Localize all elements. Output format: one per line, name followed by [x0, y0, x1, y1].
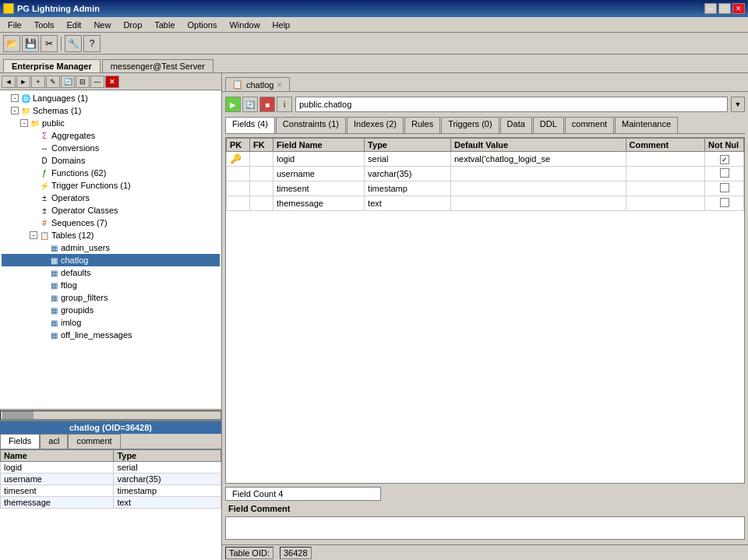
list-item[interactable]: themessagetext — [1, 497, 221, 509]
address-dropdown[interactable]: ▼ — [731, 97, 745, 112]
menu-tools[interactable]: Tools — [30, 19, 59, 31]
addr-btn-refresh[interactable]: 🔄 — [242, 97, 258, 112]
tree-node-functions[interactable]: ƒ Functions (62) — [2, 167, 220, 179]
field-count-row: Field Count 4 — [225, 487, 745, 501]
inner-tab-maintenance[interactable]: Maintenance — [615, 117, 678, 133]
inner-tab-rules[interactable]: Rules — [404, 117, 440, 133]
tree-node-tables[interactable]: - 📋 Tables (12) — [2, 229, 220, 241]
left-tb-btn-6[interactable]: ⊟ — [76, 76, 90, 88]
inner-tab-data[interactable]: Data — [500, 117, 532, 133]
menu-drop[interactable]: Drop — [118, 19, 146, 31]
cell-fk — [250, 196, 273, 211]
menu-options[interactable]: Options — [183, 19, 222, 31]
cell-pk: 🔑 — [227, 152, 250, 167]
toolbar-btn-4[interactable]: 🔧 — [65, 35, 82, 52]
icon-ftlog: ▦ — [48, 280, 59, 291]
field-comment-box[interactable] — [225, 516, 745, 540]
label-chatlog: chatlog — [61, 255, 88, 265]
tree-node-off-line-messages[interactable]: ▦ off_line_messages — [2, 329, 220, 341]
tree-node-chatlog[interactable]: ▦ chatlog — [2, 254, 220, 266]
list-item[interactable]: logidserial — [1, 462, 221, 474]
menu-new[interactable]: New — [89, 19, 115, 31]
bl-field-name: themessage — [1, 497, 114, 509]
bl-tab-acl[interactable]: acl — [40, 434, 68, 449]
left-tb-close[interactable]: ✕ — [105, 76, 119, 88]
tree-node-public[interactable]: - 📁 public — [2, 117, 220, 129]
cell-default-value — [450, 167, 626, 181]
tree-node-sequences[interactable]: # Sequences (7) — [2, 217, 220, 229]
icon-imlog: ▦ — [48, 317, 59, 328]
inner-tab-ddl[interactable]: DDL — [533, 117, 564, 133]
cell-comment — [626, 181, 705, 196]
left-tb-btn-5[interactable]: 🔄 — [61, 76, 75, 88]
left-tb-btn-7[interactable]: — — [90, 76, 104, 88]
icon-defaults: ▦ — [48, 267, 59, 278]
top-tab-row: Enterprise Manager messenger@Test Server — [0, 55, 748, 73]
label-aggregates: Aggregates — [51, 131, 95, 140]
left-tb-btn-3[interactable]: + — [31, 76, 45, 88]
tree-node-admin-users[interactable]: ▦ admin_users — [2, 241, 220, 254]
menu-table[interactable]: Table — [150, 19, 179, 31]
bl-tab-comment[interactable]: comment — [68, 434, 120, 449]
table-row[interactable]: themessage text — [227, 196, 744, 211]
bl-col-name: Name — [1, 450, 114, 462]
menu-file[interactable]: File — [3, 19, 26, 31]
tree-node-schemas[interactable]: - 📁 Schemas (1) — [2, 104, 220, 117]
list-item[interactable]: timesenttimestamp — [1, 485, 221, 497]
tree-scroll-x[interactable] — [0, 409, 221, 420]
addr-btn-stop[interactable]: ■ — [259, 97, 275, 112]
menu-edit[interactable]: Edit — [62, 19, 86, 31]
tab-enterprise-manager[interactable]: Enterprise Manager — [3, 59, 101, 72]
tree-node-domains[interactable]: D Domains — [2, 154, 220, 167]
expand-schemas[interactable]: - — [11, 107, 19, 114]
minimize-button[interactable]: ─ — [704, 3, 717, 14]
inner-tab-indexes[interactable]: Indexes (2) — [347, 117, 404, 133]
inner-tab-comment[interactable]: comment — [565, 117, 614, 133]
left-tb-btn-1[interactable]: ◄ — [2, 76, 16, 88]
table-row[interactable]: 🔑 logid serial nextval('chatlog_logid_se… — [227, 152, 744, 167]
toolbar-btn-1[interactable]: 📂 — [3, 35, 20, 52]
inner-tab-fields[interactable]: Fields (4) — [225, 117, 275, 133]
table-row[interactable]: username varchar(35) — [227, 167, 744, 181]
tree-node-trigger-functions[interactable]: ⚡ Trigger Functions (1) — [2, 179, 220, 192]
maximize-button[interactable]: □ — [718, 3, 731, 14]
menu-help[interactable]: Help — [268, 19, 295, 31]
tree-node-languages[interactable]: - 🌐 Languages (1) — [2, 92, 220, 104]
addr-btn-info[interactable]: i — [277, 97, 292, 112]
bl-tab-fields[interactable]: Fields — [0, 434, 40, 449]
inner-tab-triggers[interactable]: Triggers (0) — [441, 117, 499, 133]
toolbar-btn-5[interactable]: ? — [83, 35, 101, 52]
tree-node-group-filters[interactable]: ▦ group_filters — [2, 291, 220, 304]
left-tb-btn-2[interactable]: ► — [16, 76, 30, 88]
toolbar-btn-2[interactable]: 💾 — [22, 35, 39, 52]
addr-btn-green[interactable]: ▶ — [225, 97, 241, 112]
expand-languages[interactable]: - — [11, 94, 19, 102]
tree-node-aggregates[interactable]: Σ Aggregates — [2, 129, 220, 142]
tree-node-operator-classes[interactable]: ± Operator Classes — [2, 204, 220, 217]
tree-node-defaults[interactable]: ▦ defaults — [2, 266, 220, 279]
expand-tables[interactable]: - — [30, 231, 37, 239]
tree-area[interactable]: - 🌐 Languages (1) - 📁 Schemas (1) - 📁 pu… — [0, 90, 221, 409]
left-tb-btn-4[interactable]: ✎ — [46, 76, 60, 88]
grid-area: PK FK Field Name Type Default Value Comm… — [225, 137, 745, 484]
tree-node-groupids[interactable]: ▦ groupids — [2, 304, 220, 316]
tab-chatlog[interactable]: 📋 chatlog ✕ — [225, 77, 290, 91]
table-row[interactable]: timesent timestamp — [227, 181, 744, 196]
app-title: PG Lightning Admin — [17, 4, 701, 13]
expand-public[interactable]: - — [20, 119, 28, 127]
list-item[interactable]: usernamevarchar(35) — [1, 474, 221, 485]
menu-window[interactable]: Window — [224, 19, 264, 31]
cell-field-name: themessage — [273, 196, 365, 211]
tree-node-ftlog[interactable]: ▦ ftlog — [2, 279, 220, 291]
address-input[interactable] — [295, 97, 728, 112]
bottom-left-tabs: Fields acl comment — [0, 434, 221, 449]
inner-tab-constraints[interactable]: Constraints (1) — [276, 117, 346, 133]
tree-node-operators[interactable]: ± Operators — [2, 192, 220, 204]
toolbar-btn-3[interactable]: ✂ — [41, 35, 58, 52]
tree-node-imlog[interactable]: ▦ imlog — [2, 316, 220, 329]
cell-comment — [626, 167, 705, 181]
tree-node-conversions[interactable]: ↔ Conversions — [2, 142, 220, 154]
tab-messenger[interactable]: messenger@Test Server — [102, 59, 213, 72]
chatlog-tab-close[interactable]: ✕ — [277, 81, 283, 89]
close-button[interactable]: ✕ — [732, 3, 745, 14]
